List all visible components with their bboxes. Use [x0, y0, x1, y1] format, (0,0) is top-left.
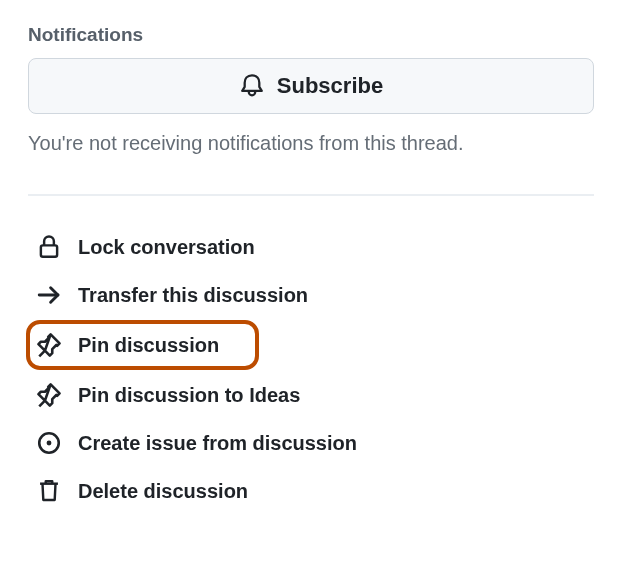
create-issue-action[interactable]: Create issue from discussion [28, 420, 594, 466]
delete-label: Delete discussion [78, 480, 248, 503]
lock-icon [36, 234, 62, 260]
notifications-description: You're not receiving notifications from … [28, 128, 594, 158]
arrow-right-icon [36, 282, 62, 308]
trash-icon [36, 478, 62, 504]
subscribe-label: Subscribe [277, 73, 383, 99]
divider [28, 194, 594, 196]
action-list: Lock conversation Transfer this discussi… [28, 224, 594, 514]
subscribe-button[interactable]: Subscribe [28, 58, 594, 114]
pin-discussion-action[interactable]: Pin discussion [26, 320, 259, 370]
pin-label: Pin discussion [78, 334, 219, 357]
transfer-label: Transfer this discussion [78, 284, 308, 307]
pin-icon [36, 382, 62, 408]
issue-opened-icon [36, 430, 62, 456]
svg-rect-0 [41, 245, 57, 256]
svg-point-2 [47, 441, 52, 446]
pin-ideas-label: Pin discussion to Ideas [78, 384, 300, 407]
delete-discussion-action[interactable]: Delete discussion [28, 468, 594, 514]
notifications-title: Notifications [28, 24, 594, 46]
bell-icon [239, 73, 265, 99]
lock-label: Lock conversation [78, 236, 255, 259]
transfer-discussion-action[interactable]: Transfer this discussion [28, 272, 594, 318]
pin-discussion-ideas-action[interactable]: Pin discussion to Ideas [28, 372, 594, 418]
pin-icon [36, 332, 62, 358]
create-issue-label: Create issue from discussion [78, 432, 357, 455]
lock-conversation-action[interactable]: Lock conversation [28, 224, 594, 270]
